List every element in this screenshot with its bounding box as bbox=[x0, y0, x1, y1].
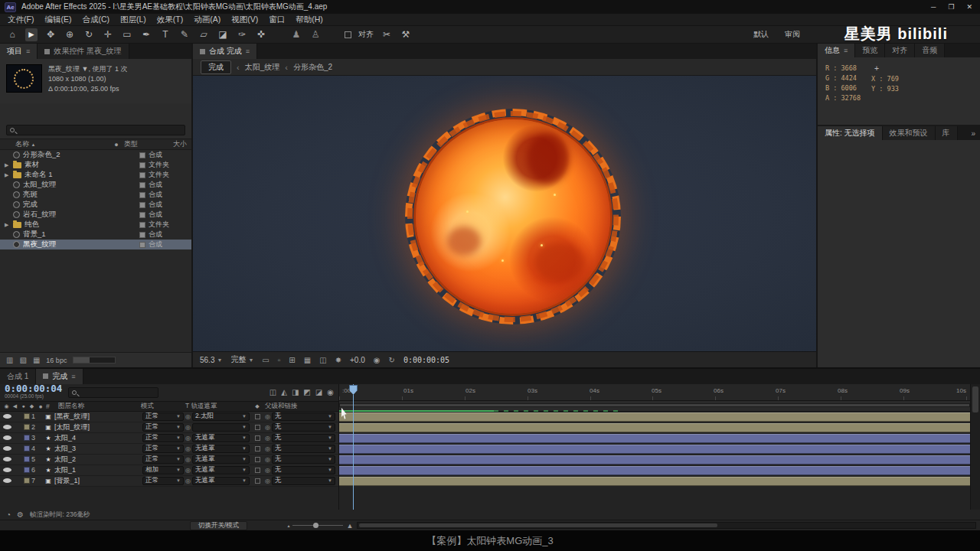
label-color-chip[interactable] bbox=[139, 242, 145, 248]
tab-audio[interactable]: 音频 bbox=[915, 44, 945, 57]
graph-editor-icon[interactable]: ◉ bbox=[327, 388, 334, 396]
zoom-slider-knob[interactable] bbox=[313, 523, 318, 528]
preserve-transparency-toggle[interactable] bbox=[251, 414, 263, 419]
tab-composition-viewer[interactable]: 合成 完成 ≡ bbox=[193, 44, 257, 59]
project-item[interactable]: ▶ 未命名 1文件夹 bbox=[0, 170, 191, 180]
label-color-chip[interactable] bbox=[139, 192, 145, 198]
new-folder-icon[interactable]: ▧ bbox=[19, 356, 26, 364]
preview-time[interactable]: 0:00:00:05 bbox=[403, 356, 449, 364]
project-item[interactable]: 背景_1合成 bbox=[0, 230, 191, 240]
zoom-tool-icon[interactable]: ⊕ bbox=[64, 28, 76, 41]
label-color-chip[interactable] bbox=[24, 467, 30, 473]
timeline-vertical-scrollbar[interactable] bbox=[970, 384, 980, 510]
tab-properties[interactable]: 属性: 无选择项 bbox=[818, 126, 883, 140]
brush-tool-icon[interactable]: ✎ bbox=[178, 28, 191, 41]
parent-dropdown[interactable]: 无▼ bbox=[272, 434, 335, 442]
parent-pickwhip-icon[interactable]: ◎ bbox=[265, 424, 270, 431]
project-item[interactable]: 太阳_纹理合成 bbox=[0, 180, 191, 190]
matte-pickwhip-icon[interactable]: ◎ bbox=[185, 467, 191, 474]
menu-effect[interactable]: 效果(T) bbox=[157, 15, 183, 25]
shape-tool-icon[interactable]: ▭ bbox=[121, 28, 133, 41]
label-color-chip[interactable] bbox=[24, 478, 30, 484]
resolution-dropdown[interactable]: 完整▼ bbox=[230, 354, 253, 365]
settings-gear-icon[interactable]: ⚙ bbox=[17, 510, 24, 519]
layer-row[interactable]: 3 ★ 太阳_4 正常▼ ◎无遮罩▼ ◎无▼ bbox=[0, 433, 338, 444]
panel-menu-icon[interactable]: ≡ bbox=[844, 47, 848, 54]
close-button[interactable]: ✕ bbox=[966, 3, 972, 11]
tab-comp-done[interactable]: 完成 ≡ bbox=[36, 369, 83, 384]
project-item[interactable]: 分形杂色_2合成 bbox=[0, 150, 191, 160]
blend-mode-dropdown[interactable]: 相加▼ bbox=[142, 466, 184, 474]
layer-row[interactable]: 7 ▣ [背景_1] 正常▼ ◎无遮罩▼ ◎无▼ bbox=[0, 476, 338, 487]
layer-duration-bar[interactable] bbox=[339, 455, 970, 465]
label-color-chip[interactable] bbox=[24, 435, 30, 441]
current-timecode[interactable]: 0:00:00:04 bbox=[5, 385, 62, 393]
exposure-value[interactable]: +0.0 bbox=[350, 356, 365, 364]
work-area-bar[interactable] bbox=[339, 403, 970, 407]
track-matte-dropdown[interactable]: ▼ bbox=[192, 423, 250, 432]
eye-icon[interactable] bbox=[3, 414, 11, 419]
label-color-chip[interactable] bbox=[24, 413, 30, 419]
label-color-chip[interactable] bbox=[24, 445, 30, 452]
tab-effects-presets[interactable]: 效果和预设 bbox=[883, 126, 936, 140]
tab-overflow-button[interactable]: » bbox=[966, 126, 980, 140]
label-color-chip[interactable] bbox=[139, 172, 145, 178]
layer-row[interactable]: 1 ▣ [黑夜_纹理] 正常▼ ◎2.太阳▼ ◎无▼ bbox=[0, 412, 338, 422]
blend-mode-dropdown[interactable]: 正常▼ bbox=[142, 412, 184, 421]
parent-dropdown[interactable]: 无▼ bbox=[272, 445, 335, 453]
transparency-grid-icon[interactable]: ▦ bbox=[304, 356, 311, 364]
track-matte-dropdown[interactable]: 无遮罩▼ bbox=[192, 477, 250, 485]
matte-pickwhip-icon[interactable]: ◎ bbox=[185, 424, 191, 431]
layer-name[interactable]: 太阳_2 bbox=[54, 455, 141, 465]
zoom-in-mountain-icon[interactable]: ▲ bbox=[346, 522, 353, 530]
eraser-tool-icon[interactable]: ◪ bbox=[217, 28, 229, 41]
layer-duration-bar[interactable] bbox=[339, 434, 970, 443]
expander-icon[interactable]: ▶ bbox=[5, 172, 10, 178]
blend-mode-dropdown[interactable]: 正常▼ bbox=[142, 445, 184, 453]
eye-icon[interactable] bbox=[3, 425, 11, 429]
composition-view[interactable] bbox=[193, 76, 816, 351]
parent-pickwhip-icon[interactable]: ◎ bbox=[265, 413, 270, 420]
project-search-input[interactable] bbox=[6, 125, 185, 135]
home-icon[interactable]: ⌂ bbox=[6, 28, 18, 41]
layer-duration-bar[interactable] bbox=[339, 477, 970, 486]
parent-link-column[interactable]: 父级和链接 bbox=[265, 402, 335, 411]
parent-dropdown[interactable]: 无▼ bbox=[272, 477, 335, 485]
label-color-chip[interactable] bbox=[139, 202, 145, 208]
layer-row[interactable]: 6 ★ 太阳_1 相加▼ ◎无遮罩▼ ◎无▼ bbox=[0, 465, 338, 476]
layer-duration-bar[interactable] bbox=[339, 445, 970, 454]
parent-dropdown[interactable]: 无▼ bbox=[272, 423, 335, 432]
timeline-search-input[interactable] bbox=[68, 387, 158, 398]
timeline-zoom-control[interactable]: ▴ ▲ bbox=[287, 522, 353, 530]
eye-icon[interactable] bbox=[3, 446, 11, 451]
refresh-icon[interactable]: ↻ bbox=[389, 356, 395, 364]
menu-file[interactable]: 文件(F) bbox=[8, 15, 34, 25]
tab-project[interactable]: 项目≡ bbox=[0, 44, 38, 59]
hand-tool-icon[interactable]: ✥ bbox=[44, 28, 57, 41]
grid-guides-icon[interactable]: ▭ bbox=[262, 356, 269, 364]
layer-name[interactable]: 太阳_4 bbox=[54, 433, 141, 443]
matte-pickwhip-icon[interactable]: ◎ bbox=[185, 478, 191, 484]
menu-animation[interactable]: 动画(A) bbox=[194, 15, 220, 25]
layer-duration-bar[interactable] bbox=[339, 423, 970, 432]
project-item[interactable]: ▶ 纯色文件夹 bbox=[0, 220, 191, 230]
interpret-footage-icon[interactable]: ▥ bbox=[6, 356, 13, 364]
breadcrumb-item[interactable]: 分形杂色_2 bbox=[293, 62, 332, 73]
tab-library[interactable]: 库 bbox=[936, 126, 958, 140]
layer-row[interactable]: 2 ▣ [太阳_纹理] 正常▼ ◎▼ ◎无▼ bbox=[0, 422, 338, 433]
zoom-out-mountain-icon[interactable]: ▴ bbox=[287, 523, 289, 528]
frame-blending-icon[interactable]: ◩ bbox=[303, 388, 310, 396]
selection-tool-icon[interactable]: ► bbox=[25, 28, 38, 41]
track-matte-dropdown[interactable]: 无遮罩▼ bbox=[192, 455, 250, 464]
timeline-horizontal-scrollbar[interactable] bbox=[357, 522, 976, 529]
timeline-track-area[interactable]: :00s 01s 02s 03s 04s 05s 06s 07s 08s 09s… bbox=[339, 384, 980, 510]
layer-row[interactable]: 5 ★ 太阳_2 正常▼ ◎无遮罩▼ ◎无▼ bbox=[0, 455, 338, 465]
wrench-icon[interactable]: ⚒ bbox=[400, 28, 412, 41]
label-color-chip[interactable] bbox=[139, 162, 145, 168]
layer-name[interactable]: 太阳_3 bbox=[54, 444, 141, 454]
layer-name-column[interactable]: 图层名称 bbox=[58, 402, 139, 411]
parent-pickwhip-icon[interactable]: ◎ bbox=[265, 456, 270, 463]
label-color-chip[interactable] bbox=[24, 456, 30, 462]
column-label-icon[interactable]: ● bbox=[112, 141, 121, 148]
track-matte-dropdown[interactable]: 2.太阳▼ bbox=[192, 412, 250, 421]
